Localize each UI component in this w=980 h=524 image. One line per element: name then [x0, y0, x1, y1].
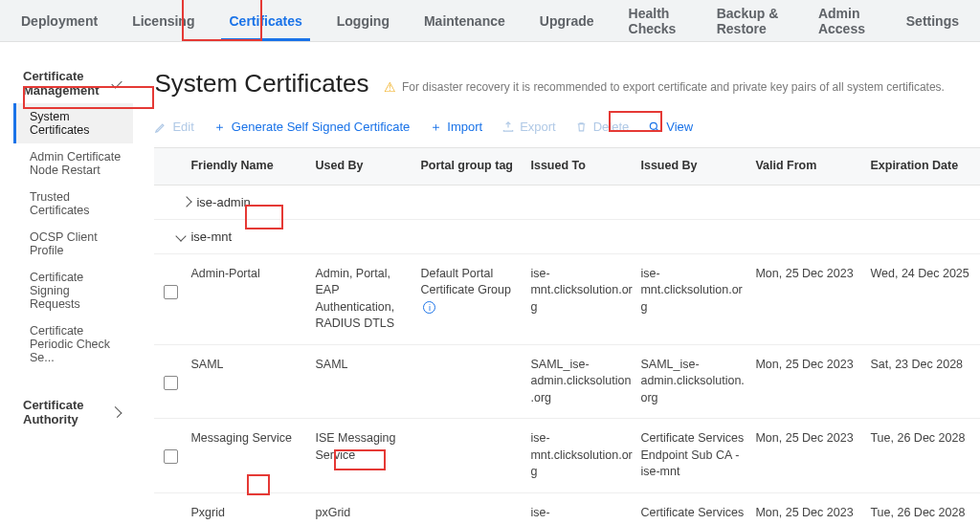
tab-settings[interactable]: Settings — [902, 2, 963, 40]
export-button[interactable]: Export — [501, 120, 556, 134]
cell-issued-by: Certificate Services Endpoint Sub CA - i… — [636, 430, 751, 481]
chevron-right-icon — [182, 196, 192, 207]
cert-group-ise-mnt[interactable]: ise-mnt — [154, 220, 980, 254]
table-row: SAMLSAMLSAML_ise-admin.clicksolution.org… — [154, 345, 980, 420]
cert-group-ise-admin[interactable]: ise-admin — [154, 186, 980, 220]
cell-issued-to: SAML_ise-admin.clicksolution.org — [526, 357, 636, 407]
cell-issued-to: ise-mnt.clicksolution.org — [526, 266, 636, 317]
tab-maintenance[interactable]: Maintenance — [420, 2, 509, 40]
table-toolbar: Edit ＋ Generate Self Signed Certificate … — [154, 120, 980, 134]
view-button[interactable]: View — [648, 120, 693, 134]
column-header[interactable]: Issued By — [636, 158, 751, 175]
cell-issued-by: ise-mnt.clicksolution.org — [636, 266, 751, 317]
chevron-right-icon — [111, 406, 122, 418]
import-button[interactable]: ＋ Import — [429, 120, 482, 134]
pencil-icon — [154, 120, 167, 134]
page-title: System Certificates — [154, 69, 368, 98]
tab-licensing[interactable]: Licensing — [128, 2, 198, 40]
sidenav-group-cert-mgmt[interactable]: Certificate Management — [13, 63, 133, 103]
cell-used-by: Admin, Portal, EAP Authentication, RADIU… — [311, 266, 416, 333]
row-checkbox[interactable] — [164, 285, 178, 299]
column-header[interactable]: Used By — [311, 158, 416, 175]
cell-expiration: Sat, 23 Dec 2028 — [866, 357, 980, 374]
warning-icon: ⚠ — [384, 79, 396, 95]
chevron-down-icon — [176, 230, 187, 241]
search-icon — [648, 120, 661, 134]
delete-button[interactable]: Delete — [575, 120, 630, 134]
cell-issued-by: SAML_ise-admin.clicksolution.org — [636, 357, 751, 407]
table-row: Messaging ServiceISE Messaging Serviceis… — [154, 419, 980, 493]
tab-logging[interactable]: Logging — [333, 2, 393, 40]
cell-expiration: Wed, 24 Dec 2025 — [866, 266, 980, 283]
column-header[interactable]: Issued To — [526, 158, 636, 175]
sidebar-item-certificate-periodic-check-se[interactable]: Certificate Periodic Check Se... — [13, 317, 133, 371]
column-header[interactable]: Portal group tag — [416, 158, 526, 175]
table-row: Admin-PortalAdmin, Portal, EAP Authentic… — [154, 254, 980, 345]
table-header: Friendly NameUsed ByPortal group tagIssu… — [154, 147, 980, 186]
cell-friendly-name: SAML — [187, 357, 311, 374]
export-icon — [501, 120, 515, 134]
sidebar-item-certificate-signing-requests[interactable]: Certificate Signing Requests — [13, 264, 133, 317]
trash-icon — [575, 120, 589, 134]
sidebar-item-trusted-certificates[interactable]: Trusted Certificates — [13, 184, 133, 224]
row-checkbox[interactable] — [164, 449, 178, 464]
cell-friendly-name: Pxgrid — [187, 505, 311, 522]
cell-used-by: SAML — [311, 357, 416, 374]
sidenav-group-label: Certificate Management — [23, 69, 102, 98]
sidebar-item-system-certificates[interactable]: System Certificates — [13, 103, 133, 143]
sidebar: Certificate Management System Certificat… — [0, 42, 133, 524]
main-content: System Certificates ⚠ For disaster recov… — [133, 42, 980, 524]
plus-icon: ＋ — [213, 120, 227, 134]
cell-used-by: ISE Messaging Service — [311, 430, 416, 464]
cell-used-by: pxGrid — [311, 505, 416, 522]
top-nav: DeploymentLicensingCertificatesLoggingMa… — [0, 0, 980, 42]
tab-certificates[interactable]: Certificates — [225, 2, 305, 40]
info-icon[interactable]: i — [423, 301, 435, 314]
cell-friendly-name: Messaging Service — [187, 430, 311, 448]
sidenav-group-label: Certificate Authority — [23, 398, 101, 426]
sidebar-item-ocsp-client-profile[interactable]: OCSP Client Profile — [13, 224, 133, 264]
cell-expiration: Tue, 26 Dec 2028 — [866, 430, 980, 448]
page-warning: ⚠ For disaster recovery it is recommende… — [384, 79, 945, 95]
tab-deployment[interactable]: Deployment — [17, 2, 101, 40]
tab-backup-restore[interactable]: Backup & Restore — [713, 0, 788, 48]
tab-admin-access[interactable]: Admin Access — [814, 0, 876, 48]
column-header[interactable]: Friendly Name — [187, 158, 311, 175]
cell-valid-from: Mon, 25 Dec 2023 — [751, 357, 866, 374]
cell-friendly-name: Admin-Portal — [187, 266, 311, 283]
sidenav-group-cert-authority[interactable]: Certificate Authority — [13, 392, 133, 432]
tab-upgrade[interactable]: Upgrade — [536, 2, 598, 40]
cell-valid-from: Mon, 25 Dec 2023 — [751, 430, 866, 448]
column-header[interactable]: Valid From — [751, 158, 866, 175]
cell-valid-from: Mon, 25 Dec 2023 — [751, 505, 866, 522]
cell-issued-to: ise-mnt.clicksolution.org — [526, 505, 636, 525]
cell-issued-by: Certificate Services Endpoint Sub CA - i… — [636, 505, 751, 525]
edit-button[interactable]: Edit — [154, 120, 193, 134]
cell-expiration: Tue, 26 Dec 2028 — [866, 505, 980, 522]
plus-icon: ＋ — [429, 120, 442, 134]
row-checkbox[interactable] — [164, 376, 178, 390]
chevron-down-icon — [112, 77, 122, 88]
cell-issued-to: ise-mnt.clicksolution.org — [526, 430, 636, 481]
column-header[interactable]: Expiration Date — [866, 158, 980, 175]
svg-point-0 — [651, 122, 657, 129]
tab-health-checks[interactable]: Health Checks — [625, 0, 686, 48]
sidebar-item-admin-certificate-node-restart[interactable]: Admin Certificate Node Restart — [13, 143, 133, 184]
table-row: PxgridpxGridise-mnt.clicksolution.orgCer… — [154, 493, 980, 525]
warning-text: For disaster recovery it is recommended … — [402, 80, 945, 94]
generate-cert-button[interactable]: ＋ Generate Self Signed Certificate — [213, 120, 410, 134]
cell-portal-tag: Default Portal Certificate Groupi — [416, 266, 526, 317]
cell-valid-from: Mon, 25 Dec 2023 — [751, 266, 866, 283]
